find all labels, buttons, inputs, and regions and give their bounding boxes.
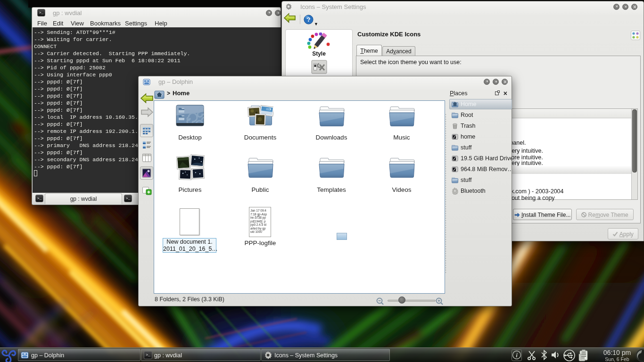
svg-text:?: ? xyxy=(306,16,310,23)
svg-text:i: i xyxy=(516,352,518,359)
